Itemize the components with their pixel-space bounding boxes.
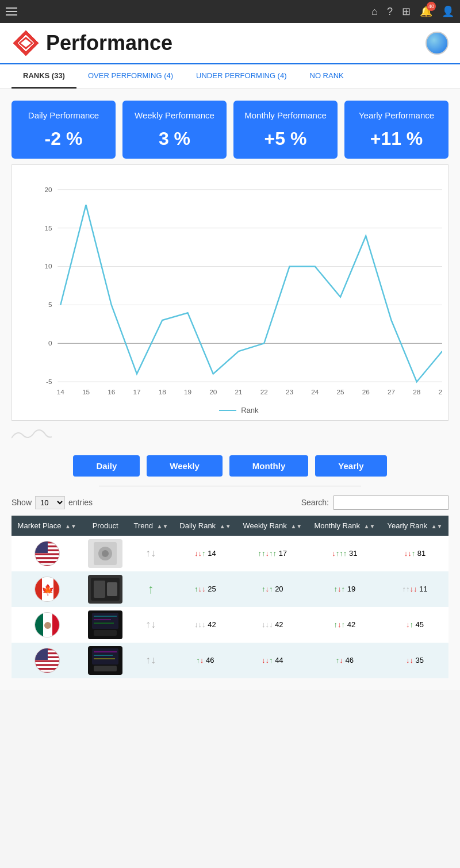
daily-perf-card: Daily Performance -2 % — [12, 101, 116, 159]
sort-marketplace-icon[interactable]: ▲▼ — [65, 523, 76, 529]
yearly-rank-cell: ↓↓ 35 — [381, 643, 448, 678]
globe-icon[interactable] — [425, 32, 448, 55]
daily-rank-cell: ↑↓ 46 — [174, 643, 237, 678]
tab-no-rank[interactable]: NO RANK — [298, 64, 355, 89]
th-weekly-rank: Weekly Rank ▲▼ — [237, 516, 308, 536]
daily-rank-cell: ↓↓↓ 42 — [174, 607, 237, 643]
flag-us-2-icon — [35, 648, 60, 673]
trend-neutral2-icon: ↑↓ — [145, 654, 156, 666]
yearly-perf-card: Yearly Performance +11 % — [344, 101, 448, 159]
weekly-perf-value: 3 % — [129, 128, 220, 149]
nav-right: ⌂ ? ⊞ 🔔 40 👤 — [371, 5, 454, 18]
table-row: ↑↓ ↓↓↓ 42 ↓↓↓ 42 ↑↓↑ 42 — [12, 607, 448, 643]
marketplace-cell: 🍁 — [12, 571, 82, 607]
table-row: 🍁 ↑ — [12, 571, 448, 607]
svg-rect-74 — [94, 666, 117, 671]
th-marketplace: Market Place ▲▼ — [12, 516, 82, 536]
daily-rank-cell: ↓↓↑ 14 — [174, 536, 237, 571]
tab-over-performing[interactable]: OVER PERFORMING (4) — [76, 64, 185, 89]
notification-bell[interactable]: 🔔 40 — [420, 5, 432, 18]
data-table: Market Place ▲▼ Product Trend ▲▼ Daily R… — [12, 516, 448, 678]
section-divider — [99, 486, 361, 486]
product-image-2 — [91, 578, 120, 601]
product-cell — [82, 607, 128, 643]
page-title: Performance — [46, 31, 172, 55]
weekly-rank-cell: ↓↓↓ 42 — [237, 607, 308, 643]
user-icon[interactable]: 👤 — [442, 5, 454, 18]
product-image-1 — [94, 542, 117, 565]
hamburger-menu[interactable] — [6, 7, 17, 16]
product-cell — [82, 571, 128, 607]
th-monthly-rank: Monthly Rank ▲▼ — [308, 516, 381, 536]
svg-text:16: 16 — [108, 387, 116, 395]
performance-cards: Daily Performance -2 % Weekly Performanc… — [12, 101, 448, 159]
trend-cell: ↑↓ — [128, 536, 174, 571]
svg-text:21: 21 — [235, 387, 242, 395]
svg-text:15: 15 — [44, 224, 52, 232]
grid-icon[interactable]: ⊞ — [402, 5, 411, 18]
marketplace-cell — [12, 607, 82, 643]
monthly-button[interactable]: Monthly — [229, 455, 309, 477]
sort-monthly-icon[interactable]: ▲▼ — [364, 523, 375, 529]
product-image-4 — [91, 647, 120, 673]
search-label: Search: — [301, 498, 329, 507]
product-image-3 — [91, 612, 120, 637]
trend-down-icon: ↑↓ — [145, 619, 156, 630]
yearly-perf-title: Yearly Performance — [351, 110, 442, 121]
svg-rect-65 — [35, 662, 60, 663]
yearly-perf-value: +11 % — [351, 128, 442, 149]
svg-text:-5: -5 — [46, 378, 52, 386]
daily-button[interactable]: Daily — [73, 455, 140, 477]
show-label: Show — [12, 498, 32, 507]
tab-ranks[interactable]: RANKS (33) — [12, 64, 76, 89]
sort-yearly-icon[interactable]: ▲▼ — [431, 523, 443, 529]
monthly-perf-value: +5 % — [240, 128, 331, 149]
chart-legend: Rank — [35, 406, 442, 414]
search-input[interactable] — [334, 496, 448, 510]
svg-rect-38 — [35, 559, 60, 560]
svg-text:15: 15 — [82, 387, 90, 395]
home-icon[interactable]: ⌂ — [371, 6, 378, 18]
svg-point-43 — [102, 550, 109, 557]
svg-text:26: 26 — [362, 387, 370, 395]
svg-rect-68 — [35, 648, 48, 660]
sort-trend-icon[interactable]: ▲▼ — [157, 523, 168, 529]
svg-rect-52 — [35, 613, 43, 637]
svg-text:17: 17 — [133, 387, 140, 395]
daily-rank-cell: ↑↓↓ 25 — [174, 571, 237, 607]
svg-rect-66 — [35, 666, 60, 667]
svg-text:27: 27 — [388, 387, 395, 395]
daily-perf-title: Daily Performance — [18, 110, 109, 121]
svg-rect-70 — [92, 648, 118, 665]
monthly-rank-cell: ↑↓↑ 42 — [308, 607, 381, 643]
weekly-rank-cell: ↑↓↑ 20 — [237, 571, 308, 607]
svg-text:🍁: 🍁 — [41, 583, 55, 596]
table-row: ↑↓ ↑↓ 46 ↓↓↑ 44 ↑↓ 46 — [12, 643, 448, 678]
svg-text:19: 19 — [184, 387, 191, 395]
yearly-button[interactable]: Yearly — [315, 455, 386, 477]
monthly-perf-card: Monthly Performance +5 % — [233, 101, 338, 159]
svg-text:0: 0 — [48, 339, 52, 347]
tab-under-performing[interactable]: UNDER PERFORMING (4) — [185, 64, 298, 89]
trend-cell: ↑ — [128, 571, 174, 607]
trend-neutral-icon: ↑↓ — [145, 547, 156, 559]
svg-rect-37 — [35, 555, 60, 556]
svg-rect-67 — [35, 670, 60, 671]
th-product: Product — [82, 516, 128, 536]
product-cell — [82, 643, 128, 678]
sort-daily-icon[interactable]: ▲▼ — [220, 523, 231, 529]
svg-text:18: 18 — [159, 387, 167, 395]
svg-text:24: 24 — [311, 387, 319, 395]
page-header: Performance — [0, 23, 460, 64]
entries-select[interactable]: 10 25 50 100 — [35, 496, 65, 509]
notification-count: 40 — [427, 2, 436, 11]
svg-text:10: 10 — [44, 262, 52, 270]
svg-text:29: 29 — [438, 387, 442, 395]
daily-perf-value: -2 % — [18, 128, 109, 149]
help-icon[interactable]: ? — [387, 6, 393, 18]
sort-weekly-icon[interactable]: ▲▼ — [290, 523, 302, 529]
trend-cell: ↑↓ — [128, 607, 174, 643]
yearly-rank-cell: ↑↑↓↓ 11 — [381, 571, 448, 607]
weekly-button[interactable]: Weekly — [147, 455, 222, 477]
svg-text:5: 5 — [48, 301, 52, 309]
